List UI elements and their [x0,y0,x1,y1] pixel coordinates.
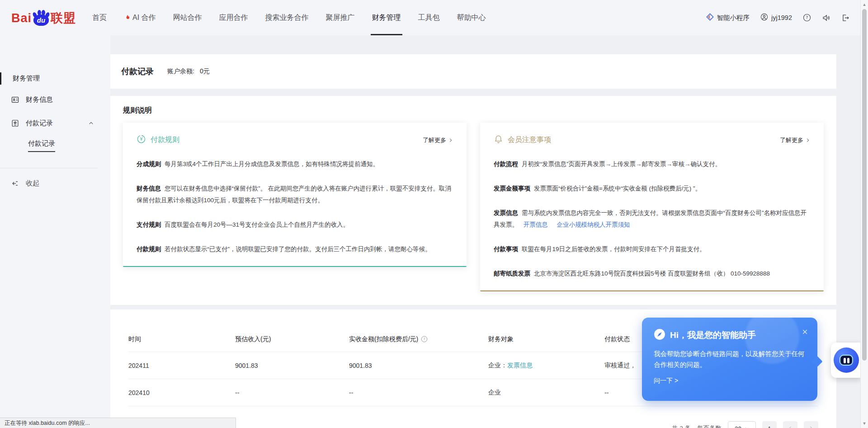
sidebar-subitem-payment-records[interactable]: 付款记录 [0,138,99,154]
id-card-icon [11,95,19,104]
rule-paragraph: 付款事项联盟在每月19日之后签收的发票，付款时间安排在下个月首批支付。 [494,243,810,255]
cell-actual: 9001.83 [349,362,488,369]
mini-program-entry[interactable]: 智能小程序 [706,13,750,22]
main-menu: 首页 AI 合作 网站合作 应用合作 搜索业务合作 聚屏推广 财务管理 工具包 … [92,0,486,35]
rule-paragraph: 支付规则百度联盟会在每月20号—31号支付企业会员上个自然月产生的收入。 [137,219,453,231]
nav-item-screen-promotion[interactable]: 聚屏推广 [326,0,355,35]
rule-paragraph: 邮寄纸质发票北京市海淀区西北旺东路10号院百度科技园5号楼 百度联盟财务组（收）… [494,268,810,280]
nav-item-website-cooperation[interactable]: 网站合作 [173,0,202,35]
rule-paragraph: 发票金额事项发票票面“价税合计”金额=系统中“实收金额 (扣除税费后/元) ”。 [494,183,810,195]
member-notes-card: 会员注意事项 了解更多 付款流程月初按“发票信息”页面开具发票→上传发票→邮寄发… [480,123,824,291]
close-icon[interactable] [802,328,808,335]
payment-rules-more-link[interactable]: 了解更多 [423,136,453,144]
browser-status-bar: 正在等待 xlab.baidu.com 的响应... [0,418,236,428]
sidebar-item-finance-info[interactable]: 财务信息 [0,91,99,108]
robot-avatar-icon[interactable] [834,347,859,373]
rules-section-title: 规则说明 [123,106,824,115]
balance-label: 账户余额: [167,67,194,76]
per-page-label: 每页条数 [697,424,722,428]
certificate-icon [11,119,19,128]
assistant-title: Hi，我是您的智能助手 [670,329,756,341]
invoice-info-table-link[interactable]: 发票信息 [507,361,533,369]
svg-text:?: ? [806,15,808,20]
chevron-right-icon [808,426,814,428]
nav-item-app-cooperation[interactable]: 应用合作 [219,0,248,35]
nav-item-help-center[interactable]: 帮助中心 [457,0,486,35]
member-notes-more-link[interactable]: 了解更多 [780,136,810,144]
rule-paragraph: 发票信息需与系统内发票信息内容完全一致，否则无法支付。请根据发票信息页面中“百度… [494,207,810,231]
svg-text:?: ? [424,337,425,341]
chevron-down-icon [745,426,749,428]
chevron-left-icon [788,426,793,428]
member-notes-title: 会员注意事项 [508,135,551,145]
vertical-scrollbar[interactable]: ▲ ▼ [860,0,868,428]
ask-now-link[interactable]: 问一下 > [654,377,806,385]
scroll-up-arrow-icon[interactable]: ▲ [861,2,868,7]
chevron-right-icon [806,138,810,143]
sound-icon[interactable] [822,14,830,22]
total-count: 共 2 条 [672,424,691,428]
nav-item-finance-management[interactable]: 财务管理 [372,0,401,35]
help-icon[interactable]: ? [803,14,811,22]
nav-item-home[interactable]: 首页 [92,0,107,35]
top-navigation: Bai du 联盟 首页 AI 合作 网站合作 应用合作 搜索业务合作 聚屏推广… [0,0,868,35]
sidebar-divider [0,168,98,168]
scroll-down-arrow-icon[interactable]: ▼ [861,421,868,426]
scrollbar-thumb[interactable] [862,9,867,361]
prev-page-button[interactable] [783,421,797,428]
info-circle-icon[interactable]: ? [421,336,428,342]
logout-icon[interactable] [841,14,850,22]
user-icon [760,13,768,22]
nav-item-ai-cooperation[interactable]: AI 合作 [124,0,156,35]
payment-rules-title: 付款规则 [151,135,179,145]
logo-text-bai: Bai [11,10,32,26]
baidu-union-logo[interactable]: Bai du 联盟 [11,10,76,26]
nav-item-toolkit[interactable]: 工具包 [418,0,440,35]
page-1-button[interactable]: 1 [762,421,777,428]
rules-section: 规则说明 ¥ 付款规则 了解更多 分成规则每月第3或4个工作日产出上月分成信息及… [110,96,836,305]
sidebar-item-payment-records[interactable]: 付款记录 [0,115,99,131]
sidebar: 财务管理 财务信息 付款记录 付款记录 收起 [0,35,110,428]
rule-paragraph: 付款流程月初按“发票信息”页面开具发票→上传发票→邮寄发票→审核→确认支付。 [494,158,810,170]
active-section-bar [0,72,1,85]
next-page-button[interactable] [804,421,818,428]
cell-target: 企业 [488,389,604,397]
sidebar-section-finance-management[interactable]: 财务管理 [0,70,99,86]
sidebar-collapse-button[interactable]: 收起 [0,175,99,191]
payment-rules-card: ¥ 付款规则 了解更多 分成规则每月第3或4个工作日产出上月分成信息及发票信息，… [123,123,467,267]
page-header-card: 付款记录 账户余额: 0元 [110,54,836,89]
collapse-icon [11,179,19,188]
cell-time: 202410 [128,389,235,396]
per-page-select[interactable]: 30 [728,421,756,428]
chevron-right-icon [448,138,453,143]
assistant-popup: Hi，我是您的智能助手 我会帮助您诊断合作链路问题，以及解答您关于任何合作相关的… [642,318,817,401]
coin-icon: ¥ [137,134,146,146]
col-header-time: 时间 [128,335,235,343]
page-title: 付款记录 [121,66,154,77]
logo-text-union: 联盟 [51,10,76,26]
compass-icon [654,328,665,342]
cell-actual: -- [349,389,488,396]
rule-paragraph: 分成规则每月第3或4个工作日产出上月分成信息及发票信息，如有特殊情况将提前通知。 [137,158,453,170]
rule-paragraph: 付款规则若付款状态显示“已支付”，说明联盟已安排了您的付款。支付后三个工作日内到… [137,243,453,255]
cell-time: 202411 [128,362,235,369]
balance-value: 0元 [200,67,210,76]
small-taxpayer-notice-link[interactable]: 企业小规模纳税人开票须知 [557,221,630,228]
nav-right-group: 智能小程序 jyj1992 ? [706,0,850,35]
assistant-avatar-card [831,342,862,378]
user-account[interactable]: jyj1992 [760,13,792,22]
flame-icon [124,14,131,21]
col-header-target: 财务对象 [488,335,604,343]
baidu-paw-icon: du [32,10,50,26]
cell-estimated: -- [235,389,349,396]
col-header-actual: 实收金额(扣除税费后/元) ? [349,335,488,343]
svg-text:¥: ¥ [140,137,142,142]
nav-item-search-cooperation[interactable]: 搜索业务合作 [265,0,309,35]
invoice-info-link[interactable]: 开票信息 [524,221,548,228]
rule-paragraph: 财务信息您可以在财务信息中选择“保留付款”。 在此期间您产生的收入将在账户内进行… [137,183,453,206]
assistant-message: 我会帮助您诊断合作链路问题，以及解答您关于任何合作相关的问题。 [654,348,806,370]
bell-icon [494,134,503,146]
chevron-up-icon [88,120,94,126]
diamond-icon [706,13,714,22]
cell-estimated: 9001.83 [235,362,349,369]
